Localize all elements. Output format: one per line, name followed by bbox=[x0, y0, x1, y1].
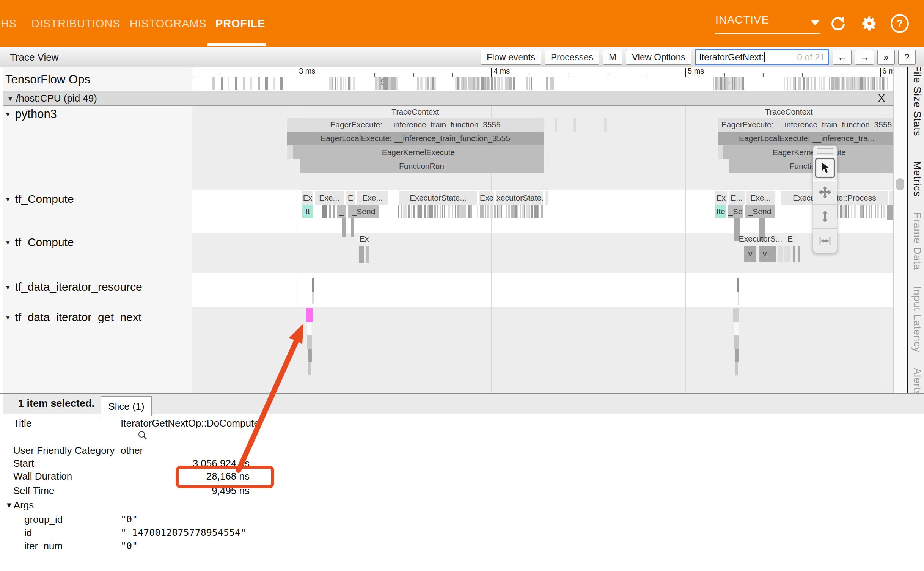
tab-slice[interactable]: Slice (1) bbox=[101, 396, 152, 416]
trace-slice[interactable] bbox=[778, 246, 783, 262]
help-button[interactable]: ? bbox=[898, 50, 916, 65]
trace-slice[interactable]: Ite bbox=[715, 205, 726, 218]
tab-distributions[interactable]: DISTRIBUTIONS bbox=[31, 0, 120, 47]
find-next-button[interactable]: → bbox=[855, 50, 874, 65]
trace-slice[interactable]: EagerKernelExecute bbox=[293, 145, 544, 159]
trace-slice[interactable] bbox=[604, 118, 607, 132]
trace-slice[interactable]: Ex bbox=[302, 191, 313, 205]
trace-slice[interactable]: _Send bbox=[348, 205, 379, 218]
trace-slice[interactable]: _Se bbox=[728, 205, 743, 218]
collapse-icon[interactable]: ▾ bbox=[6, 313, 10, 322]
trace-slice[interactable] bbox=[308, 349, 312, 362]
trace-slice[interactable] bbox=[312, 292, 314, 304]
row-label-tf_Compute-1[interactable]: ▾tf_Compute bbox=[6, 193, 74, 205]
side-tab-file-size-stats[interactable]: File Size Stats bbox=[911, 65, 923, 136]
trace-slice[interactable]: Exe... bbox=[357, 191, 388, 205]
timing-tool-button[interactable] bbox=[813, 228, 837, 253]
toolbar-button-m[interactable]: M bbox=[603, 50, 622, 65]
trace-slice[interactable]: TraceContext bbox=[287, 105, 544, 118]
trace-slice[interactable] bbox=[351, 218, 354, 237]
pan-tool-button[interactable] bbox=[813, 180, 837, 204]
trace-slice[interactable] bbox=[366, 246, 369, 263]
trace-slice[interactable] bbox=[307, 335, 312, 349]
close-icon[interactable]: X bbox=[878, 93, 885, 104]
help-icon[interactable]: ? bbox=[891, 14, 909, 33]
trace-slice[interactable] bbox=[322, 205, 327, 218]
trace-slice[interactable]: _Send bbox=[745, 205, 775, 218]
collapse-icon[interactable]: ▾ bbox=[6, 238, 10, 247]
trace-slice[interactable] bbox=[887, 205, 893, 220]
vertical-scroll-gutter[interactable] bbox=[893, 67, 907, 393]
trace-slice[interactable]: Exe bbox=[479, 191, 494, 205]
trace-slice[interactable]: EagerExecute: __inference_train_function… bbox=[287, 118, 544, 132]
trace-slice[interactable] bbox=[738, 292, 739, 305]
trace-slice[interactable]: E... bbox=[729, 191, 745, 205]
trace-slice[interactable] bbox=[734, 335, 739, 349]
trace-slice[interactable] bbox=[735, 349, 739, 362]
trace-slice[interactable]: Exe... bbox=[315, 191, 344, 205]
trace-slice[interactable] bbox=[735, 362, 738, 375]
row-label-python3-0[interactable]: ▾python3 bbox=[6, 107, 57, 121]
trace-slice[interactable] bbox=[359, 246, 364, 263]
trace-slice[interactable] bbox=[737, 278, 739, 292]
side-tab-metrics[interactable]: Metrics bbox=[911, 161, 923, 197]
trace-slice[interactable]: Ex bbox=[357, 233, 371, 245]
side-tab-frame-data[interactable]: Frame Data bbox=[911, 212, 923, 270]
trace-slice[interactable] bbox=[733, 308, 739, 322]
row-label-tf_Compute-2[interactable]: ▾tf_Compute bbox=[6, 236, 74, 249]
toolbar-button-flow-events[interactable]: Flow events bbox=[481, 50, 541, 65]
trace-slice[interactable]: E bbox=[346, 191, 355, 205]
trace-slice[interactable]: TraceContext bbox=[706, 105, 872, 118]
side-tab-input-latency[interactable]: Input Latency bbox=[911, 286, 923, 353]
select-tool-button[interactable] bbox=[813, 156, 837, 180]
trace-slice[interactable] bbox=[329, 205, 331, 218]
expand-button[interactable]: » bbox=[877, 50, 895, 65]
trace-slice[interactable]: FunctionRun bbox=[729, 159, 895, 173]
toolbar-button-view-options[interactable]: View Options bbox=[626, 50, 691, 65]
process-header[interactable]: ▾ /host:CPU (pid 49) X bbox=[3, 91, 893, 106]
run-selector[interactable]: INACTIVE bbox=[715, 14, 820, 26]
trace-slice[interactable]: Exe... bbox=[746, 191, 775, 205]
search-input[interactable]: IteratorGetNext: 0 of 21 bbox=[695, 49, 829, 65]
trace-slice[interactable] bbox=[545, 191, 548, 205]
scrollbar-thumb[interactable] bbox=[896, 178, 904, 190]
side-tab-alerts[interactable]: Alerts bbox=[911, 368, 923, 396]
trace-slice[interactable]: EagerKernelExecute bbox=[723, 145, 895, 159]
trace-slice[interactable]: Ex bbox=[715, 191, 727, 205]
trace-slice[interactable]: _ bbox=[337, 205, 346, 218]
trace-slice[interactable] bbox=[333, 205, 335, 218]
zoom-tool-button[interactable] bbox=[813, 204, 837, 229]
trace-slice[interactable]: EagerExecute: __inference_train_function… bbox=[718, 118, 895, 132]
collapse-icon[interactable]: ▾ bbox=[6, 110, 10, 119]
trace-slice[interactable] bbox=[312, 278, 314, 292]
trace-slice[interactable]: It bbox=[302, 205, 313, 218]
trace-slice[interactable] bbox=[573, 118, 576, 132]
toolbar-button-processes[interactable]: Processes bbox=[545, 50, 599, 65]
tab-histograms[interactable]: HISTOGRAMS bbox=[130, 0, 206, 47]
trace-slice[interactable] bbox=[342, 218, 346, 237]
settings-icon[interactable] bbox=[860, 14, 878, 33]
args-collapse-icon[interactable]: ▼ bbox=[5, 501, 13, 510]
trace-slice[interactable] bbox=[793, 246, 795, 262]
collapse-icon[interactable]: ▾ bbox=[8, 94, 12, 103]
trace-slice[interactable]: E bbox=[786, 233, 794, 245]
args-section-toggle[interactable]: ▼ Args bbox=[5, 499, 34, 511]
trace-slice[interactable]: EagerLocalExecute: __inference_train_fun… bbox=[287, 132, 544, 145]
collapse-icon[interactable]: ▾ bbox=[6, 283, 10, 292]
timeline-ruler[interactable]: 3 ms4 ms5 ms6 ms bbox=[192, 67, 893, 77]
tab-profile[interactable]: PROFILE bbox=[215, 0, 265, 47]
trace-slice[interactable] bbox=[307, 322, 312, 335]
trace-slice[interactable] bbox=[555, 118, 557, 132]
row-label-tf_data_iterator_get_next-4[interactable]: ▾tf_data_iterator_get_next bbox=[6, 311, 141, 324]
trace-slice[interactable] bbox=[308, 362, 311, 375]
trace-slice[interactable] bbox=[287, 145, 293, 159]
trace-slice[interactable]: v... bbox=[759, 246, 776, 262]
trace-slice[interactable] bbox=[718, 145, 723, 159]
trace-slice[interactable]: FunctionRun bbox=[300, 159, 544, 173]
search-title-icon[interactable] bbox=[137, 430, 148, 442]
trace-slice[interactable]: v bbox=[744, 246, 756, 262]
trace-slice[interactable] bbox=[784, 246, 790, 262]
tab-graphs-clipped[interactable]: HS bbox=[1, 0, 17, 47]
collapse-icon[interactable]: ▾ bbox=[6, 195, 10, 204]
trace-slice[interactable]: ExecutorState... bbox=[399, 191, 477, 205]
